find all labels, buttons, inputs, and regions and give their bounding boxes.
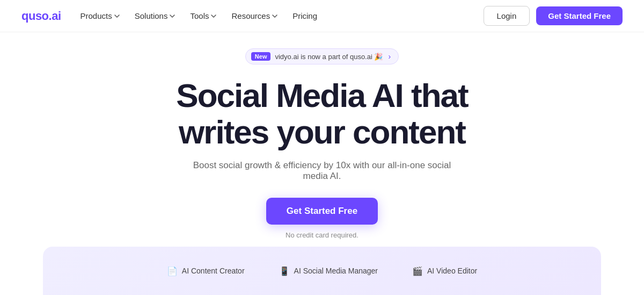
nav-link-solutions-label: Solutions [135, 11, 168, 20]
announcement-badge[interactable]: New vidyo.ai is now a part of quso.ai 🎉 … [245, 48, 399, 64]
nav-links: Products Solutions Tools Resources Prici… [80, 11, 318, 20]
nav-link-pricing[interactable]: Pricing [292, 11, 317, 20]
badge-arrow-icon: › [388, 52, 391, 61]
hero-title-line1: Social Media AI that [176, 77, 467, 114]
hero-section: New vidyo.ai is now a part of quso.ai 🎉 … [0, 32, 644, 267]
navbar: quso.ai Products Solutions Tools Resourc… [0, 0, 644, 32]
logo-text: quso [21, 9, 49, 23]
nav-link-pricing-label: Pricing [292, 11, 317, 20]
badge-new-label: New [251, 52, 271, 61]
hero-title-line2: writes your content [179, 113, 465, 150]
nav-link-resources-label: Resources [231, 11, 270, 20]
chevron-down-icon [272, 15, 277, 18]
nav-right: Login Get Started Free [484, 6, 623, 26]
nav-link-solutions[interactable]: Solutions [135, 11, 175, 20]
tab-ai-social-media-manager[interactable]: 📱 AI Social Media Manager [262, 260, 395, 283]
nav-link-tools-label: Tools [190, 11, 209, 20]
tab-ai-content-creator-label: AI Content Creator [182, 267, 245, 275]
social-media-manager-icon: 📱 [279, 266, 290, 276]
badge-text: vidyo.ai is now a part of quso.ai 🎉 [275, 53, 383, 61]
content-creator-icon: 📄 [167, 266, 178, 276]
video-editor-icon: 🎬 [412, 266, 423, 276]
nav-link-products-label: Products [80, 11, 112, 20]
nav-link-resources[interactable]: Resources [231, 11, 277, 20]
login-button[interactable]: Login [484, 6, 530, 26]
bottom-tabs-container: 📄 AI Content Creator 📱 AI Social Media M… [43, 247, 601, 295]
nav-left: quso.ai Products Solutions Tools Resourc… [21, 9, 317, 23]
tab-ai-social-media-manager-label: AI Social Media Manager [294, 267, 378, 275]
chevron-down-icon [114, 15, 120, 18]
nav-link-products[interactable]: Products [80, 11, 120, 20]
get-started-nav-button[interactable]: Get Started Free [536, 6, 623, 25]
nav-link-tools[interactable]: Tools [190, 11, 216, 20]
tab-ai-video-editor[interactable]: 🎬 AI Video Editor [395, 260, 494, 283]
hero-title: Social Media AI that writes your content [176, 77, 467, 150]
chevron-down-icon [170, 15, 175, 18]
tab-ai-content-creator[interactable]: 📄 AI Content Creator [150, 260, 262, 283]
tab-ai-video-editor-label: AI Video Editor [427, 267, 477, 275]
logo-suffix: .ai [49, 9, 61, 23]
chevron-down-icon [211, 15, 216, 18]
get-started-hero-button[interactable]: Get Started Free [266, 198, 378, 225]
no-credit-text: No credit card required. [286, 231, 358, 239]
nav-logo: quso.ai [21, 9, 61, 23]
hero-subtitle: Boost social growth & efficiency by 10x … [182, 160, 462, 182]
